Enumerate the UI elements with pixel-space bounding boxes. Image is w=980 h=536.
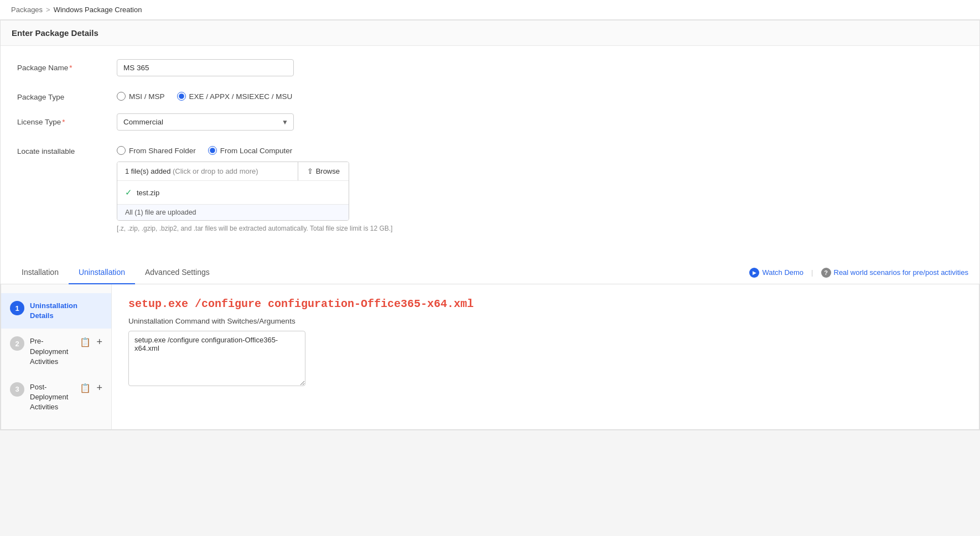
file-dropzone[interactable]: 1 file(s) added (Click or drop to add mo…	[117, 162, 298, 180]
locate-shared-radio[interactable]	[117, 146, 126, 155]
tab-uninstallation[interactable]: Uninstallation	[69, 261, 135, 284]
license-type-select-wrapper: Commercial Open Source Freeware ▼	[117, 113, 294, 131]
command-textarea[interactable]: setup.exe /configure configuration-Offic…	[128, 331, 305, 386]
locate-shared-label: From Shared Folder	[129, 147, 196, 155]
package-type-msi-option[interactable]: MSI / MSP	[117, 92, 165, 101]
license-type-select[interactable]: Commercial Open Source Freeware	[117, 113, 294, 131]
breadcrumb: Packages > Windows Package Creation	[0, 0, 980, 20]
step-2-item[interactable]: 2 Pre-Deployment Activities 📋 +	[1, 329, 111, 374]
locate-local-label: From Local Computer	[220, 147, 293, 155]
locate-label: Locate installable	[17, 143, 117, 155]
tabs-bar: Installation Uninstallation Advanced Set…	[1, 261, 979, 284]
uninstallation-tab-content: 1 Uninstallation Details 2 Pre-Deploymen…	[1, 284, 979, 430]
package-type-exe-label: EXE / APPX / MSIEXEC / MSU	[189, 92, 293, 101]
locate-local-option[interactable]: From Local Computer	[208, 146, 293, 155]
watch-demo-link[interactable]: ▶ Watch Demo	[749, 268, 803, 278]
browse-label: Browse	[316, 167, 340, 175]
step-3-add-button[interactable]: +	[96, 382, 102, 394]
file-upload-box: 1 file(s) added (Click or drop to add mo…	[117, 162, 349, 221]
upload-status: All (1) file are uploaded	[117, 204, 349, 220]
files-added-text: 1 file(s) added	[125, 167, 170, 175]
package-type-msi-label: MSI / MSP	[129, 92, 165, 101]
browse-button[interactable]: ⇧ Browse	[298, 162, 349, 180]
command-label: Uninstallation Command with Switches/Arg…	[128, 317, 962, 325]
section-header: Enter Package Details	[1, 20, 979, 46]
step-3-item[interactable]: 3 Post-Deployment Activities 📋 +	[1, 374, 111, 420]
tab-actions: ▶ Watch Demo | ? Real world scenarios fo…	[749, 268, 968, 278]
sidebar-steps: 1 Uninstallation Details 2 Pre-Deploymen…	[1, 284, 112, 429]
tab-divider: |	[811, 268, 813, 277]
check-icon: ✓	[125, 188, 132, 197]
files-hint-text: (Click or drop to add more)	[173, 167, 258, 175]
package-type-radio-group: MSI / MSP EXE / APPX / MSIEXEC / MSU	[117, 89, 963, 101]
package-name-input[interactable]	[117, 59, 294, 76]
breadcrumb-current: Windows Package Creation	[54, 6, 142, 14]
scenarios-label: Real world scenarios for pre/post activi…	[834, 268, 969, 277]
breadcrumb-separator: >	[46, 6, 50, 14]
step-3-copy-icon[interactable]: 📋	[80, 383, 91, 393]
package-type-msi-radio[interactable]	[117, 92, 126, 101]
play-icon: ▶	[749, 268, 759, 278]
watch-demo-label: Watch Demo	[762, 268, 803, 277]
step-2-number: 2	[10, 336, 24, 351]
step-1-item[interactable]: 1 Uninstallation Details	[1, 293, 111, 329]
step-3-label: Post-Deployment Activities	[30, 382, 74, 413]
step-1-number: 1	[10, 301, 24, 315]
step-1-label: Uninstallation Details	[30, 301, 102, 321]
tab-installation[interactable]: Installation	[12, 261, 69, 284]
locate-radio-group: From Shared Folder From Local Computer	[117, 143, 963, 155]
license-type-label: License Type*	[17, 113, 117, 126]
help-icon: ?	[821, 268, 831, 278]
package-type-exe-option[interactable]: EXE / APPX / MSIEXEC / MSU	[177, 92, 293, 101]
command-highlight: setup.exe /configure configuration-Offic…	[128, 298, 962, 310]
step-3-number: 3	[10, 382, 24, 397]
locate-shared-option[interactable]: From Shared Folder	[117, 146, 196, 155]
tab-advanced[interactable]: Advanced Settings	[135, 261, 220, 284]
breadcrumb-packages[interactable]: Packages	[11, 6, 43, 14]
file-name: test.zip	[137, 189, 159, 197]
step-2-label: Pre-Deployment Activities	[30, 336, 74, 367]
upload-icon: ⇧	[307, 167, 313, 175]
file-item: ✓ test.zip	[125, 185, 341, 200]
locate-local-radio[interactable]	[208, 146, 217, 155]
step-2-copy-icon[interactable]: 📋	[80, 337, 91, 347]
package-type-label: Package Type	[17, 89, 117, 101]
package-type-exe-radio[interactable]	[177, 92, 186, 101]
package-name-label: Package Name*	[17, 59, 117, 72]
scenarios-link[interactable]: ? Real world scenarios for pre/post acti…	[821, 268, 969, 278]
file-note: [.z, .zip, .gzip, .bzip2, and .tar files…	[117, 225, 963, 232]
file-list: ✓ test.zip	[117, 180, 349, 204]
step-2-add-button[interactable]: +	[96, 336, 102, 348]
content-panel: setup.exe /configure configuration-Offic…	[112, 284, 979, 429]
